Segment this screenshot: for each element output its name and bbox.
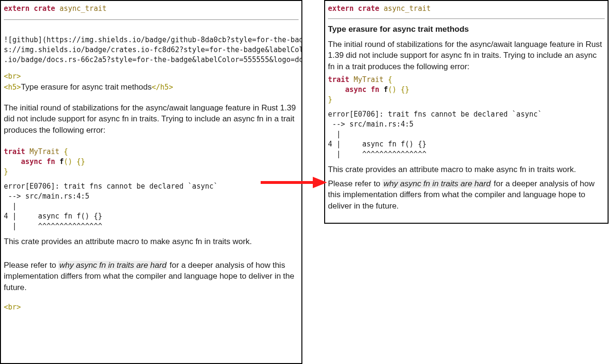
kw-crate: crate [34,4,55,13]
rule-r [328,18,605,19]
after-error-paragraph: This crate provides an attribute macro t… [4,236,299,247]
refer-paragraph: Please refer to why async fn in traits a… [4,260,299,293]
badges-line-1: ![github](https://img.shields.io/badge/g… [4,35,299,45]
badges-line-3: .io/badge/docs.rs-66c2a5?style=for-the-b… [4,55,299,65]
extern-crate-line: extern crate async_trait [4,4,299,14]
h5-raw-line: <h5>Type erasure for async trait methods… [4,82,299,93]
refer-prefix: Please refer to [4,261,58,270]
h5-text: Type erasure for async trait methods [21,82,152,91]
error-block: error[E0706]: trait fns cannot be declar… [4,182,299,231]
after-error-paragraph-r: This crate provides an attribute macro t… [328,164,605,175]
intro-paragraph-r: The initial round of stabilizations for … [328,39,605,72]
rule [4,19,299,20]
badges-line-2: s://img.shields.io/badge/crates.io-fc8d6… [4,45,299,55]
extern-crate-line-r: extern crate async_trait [328,4,605,14]
heading-rendered: Type erasure for async trait methods [328,24,605,35]
rendered-panel: extern crate async_trait Type erasure fo… [324,0,609,224]
trait-code-block: trait MyTrait { async fn f() {} } [4,147,299,177]
error-block-r: error[E0706]: trait fns cannot be declar… [328,109,605,159]
kw-extern: extern [4,4,29,13]
source-panel: extern crate async_trait ![github](https… [0,0,302,364]
br-tag-raw-2: <br> [4,302,299,312]
refer-link-r[interactable]: why async fn in traits are hard [382,179,491,188]
refer-link[interactable]: why async fn in traits are hard [58,261,167,270]
refer-paragraph-r: Please refer to why async fn in traits a… [328,178,605,211]
trait-code-block-r: trait MyTrait { async fn f() {} } [328,75,605,105]
br-tag-raw: <br> [4,72,299,82]
crate-name: async_trait [59,4,106,13]
badges-raw: ![github](https://img.shields.io/badge/g… [4,35,299,65]
intro-paragraph: The initial round of stabilizations for … [4,102,299,136]
